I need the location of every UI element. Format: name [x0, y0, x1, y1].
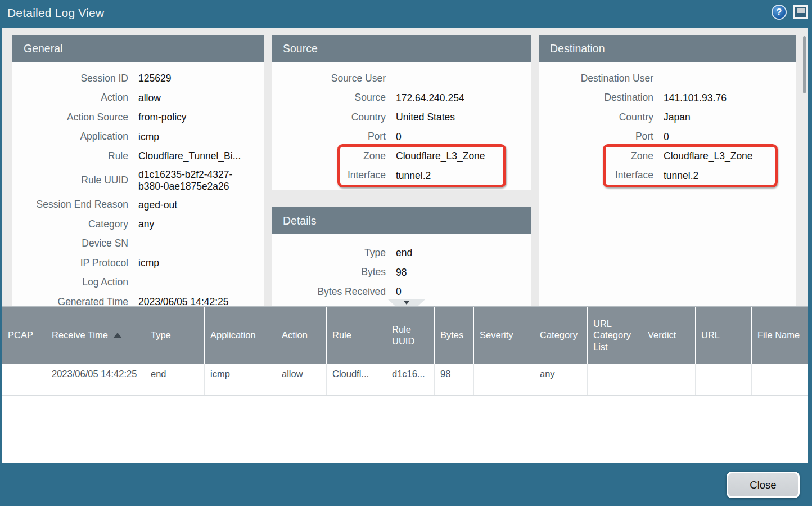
close-button[interactable]: Close	[727, 472, 800, 498]
table-cell-severity	[474, 364, 534, 395]
field-row: Action Source from-policy	[12, 108, 264, 127]
field-row: Destination 141.101.93.76	[539, 88, 796, 108]
field-row: Destination User	[539, 69, 796, 88]
field-row: Category any	[12, 214, 264, 234]
table-cell-type: end	[145, 364, 205, 395]
field-row: Port 0	[272, 127, 531, 147]
field-value: icmp	[138, 257, 159, 268]
field-value: end	[396, 247, 412, 258]
field-value: 125629	[138, 73, 171, 84]
field-value: allow	[138, 92, 161, 104]
field-row: Generated Time 2023/06/05 14:42:25	[12, 292, 264, 306]
window-glyph	[797, 8, 805, 13]
field-label: Port	[272, 131, 386, 142]
field-row: Session ID 125629	[12, 69, 264, 88]
field-row: Source 172.64.240.254	[272, 88, 531, 108]
table-column-header[interactable]: Category	[534, 307, 588, 364]
field-value: Japan	[664, 111, 691, 123]
maximize-window-icon[interactable]	[793, 5, 808, 19]
column-header-label: File Name	[757, 329, 800, 341]
field-label: Bytes Received	[272, 286, 386, 298]
column-header-label: Bytes	[440, 329, 463, 341]
field-row: Session End Reason aged-out	[12, 195, 264, 215]
table-column-header[interactable]: URL Category List	[588, 307, 642, 364]
column-header-label: URL Category List	[593, 318, 636, 353]
field-row: Port 0	[539, 127, 796, 147]
detail-panels-area: General Session ID 125629 Action allow A…	[2, 28, 808, 306]
field-label: IP Protocol	[12, 257, 128, 269]
field-value: icmp	[138, 131, 159, 142]
field-label: Action	[12, 92, 128, 104]
field-value: United States	[396, 111, 455, 123]
table-cell-pcap	[2, 364, 46, 395]
field-row: Bytes 98	[272, 263, 531, 283]
field-value: 0	[396, 131, 402, 142]
field-value: aged-out	[138, 199, 177, 211]
column-header-label: Category	[540, 329, 578, 341]
field-value: 2023/06/05 14:42:25	[138, 296, 229, 306]
field-value: tunnel.2	[396, 170, 431, 181]
field-row: Device SN	[12, 234, 264, 254]
table-column-header[interactable]: Type	[145, 307, 205, 364]
panel-source-rows: Source User Source 172.64.240.254 Countr…	[272, 62, 531, 185]
column-header-label: Action	[282, 329, 308, 341]
field-label: Country	[272, 111, 386, 123]
field-label: Interface	[272, 169, 386, 181]
table-column-header[interactable]: Rule UUID	[386, 307, 435, 364]
panel-destination: Destination Destination User Destination…	[539, 35, 796, 306]
table-column-header[interactable]: File Name	[752, 307, 808, 364]
table-cell-verdict	[642, 364, 696, 395]
table-row[interactable]: 2023/06/05 14:42:25endicmpallowCloudfl..…	[2, 364, 808, 396]
table-column-header[interactable]: PCAP	[2, 307, 46, 364]
field-row: Interface tunnel.2	[539, 166, 796, 186]
table-column-header[interactable]: Severity	[474, 307, 534, 364]
field-label: Application	[12, 131, 128, 142]
field-value: any	[138, 218, 154, 230]
field-row: Source User	[272, 69, 531, 88]
field-row: Zone Cloudflare_L3_Zone	[272, 146, 531, 166]
table-cell-rule: Cloudfl...	[327, 364, 386, 395]
field-label: Source User	[272, 73, 386, 84]
table-column-header[interactable]: Receive Time	[46, 307, 145, 364]
table-cell-receive-time: 2023/06/05 14:42:25	[46, 364, 145, 395]
table-column-header[interactable]: Rule	[327, 307, 386, 364]
field-label: Zone	[539, 150, 653, 162]
column-header-label: URL	[701, 329, 720, 341]
panel-destination-title: Destination	[539, 35, 796, 62]
field-value: 172.64.240.254	[396, 92, 464, 104]
field-row: Log Action	[12, 273, 264, 293]
vertical-scrollbar-thumb[interactable]	[803, 36, 806, 93]
panel-general: General Session ID 125629 Action allow A…	[12, 35, 264, 306]
table-cell-action: allow	[276, 364, 327, 395]
column-header-label: Application	[210, 329, 256, 341]
field-value: 0	[664, 131, 669, 142]
field-row: Interface tunnel.2	[272, 166, 531, 186]
help-icon[interactable]: ?	[772, 5, 787, 20]
sort-ascending-icon	[113, 333, 122, 338]
field-row: Country United States	[272, 108, 531, 127]
table-column-header[interactable]: Action	[276, 307, 327, 364]
table-column-header[interactable]: URL	[696, 307, 752, 364]
field-label: Type	[272, 247, 386, 259]
column-header-label: Severity	[480, 329, 513, 341]
table-column-header[interactable]: Application	[205, 307, 276, 364]
field-row: Country Japan	[539, 108, 796, 127]
field-row: Rule UUID d1c16235-b2f2-4327-b380-0ae187…	[12, 166, 264, 195]
table-column-header[interactable]: Verdict	[642, 307, 696, 364]
table-column-header[interactable]: Bytes	[435, 307, 474, 364]
field-label: Bytes	[272, 266, 386, 278]
field-row: Rule Cloudflare_Tunnel_Bi...	[12, 146, 264, 166]
field-label: Destination User	[539, 73, 653, 84]
field-value: Cloudflare_L3_Zone	[664, 150, 753, 162]
panel-details-title: Details	[272, 207, 531, 234]
field-value: from-policy	[138, 111, 187, 123]
field-label: Country	[539, 111, 653, 123]
table-cell-application: icmp	[205, 364, 276, 395]
field-label: Session ID	[12, 73, 128, 84]
field-row: Action allow	[12, 88, 264, 108]
column-header-label: PCAP	[8, 329, 33, 341]
field-label: Category	[12, 218, 128, 230]
column-header-label: Receive Time	[52, 329, 108, 341]
field-row: Zone Cloudflare_L3_Zone	[539, 146, 796, 166]
table-cell-bytes: 98	[435, 364, 474, 395]
